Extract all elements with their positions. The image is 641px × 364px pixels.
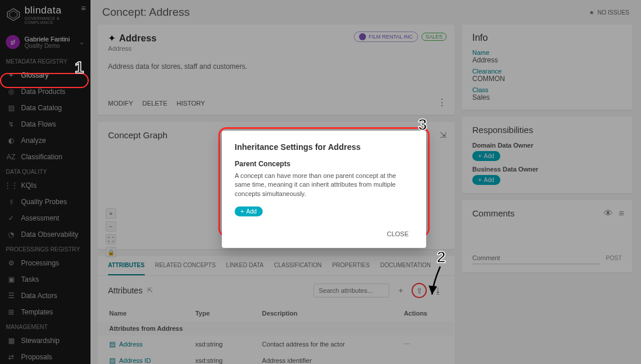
modal-text: A concept can have more than one parent … (235, 172, 413, 198)
annotation-number-1: 1 (75, 58, 84, 77)
add-parent-concept-button[interactable]: +Add (235, 206, 263, 216)
annotation-number-2: 2 (437, 248, 446, 267)
annotation-number-3: 3 (418, 116, 427, 134)
modal-title: Inheritance Settings for Address (235, 142, 413, 152)
add-label: Add (246, 208, 257, 215)
modal-subtitle: Parent Concepts (235, 160, 413, 168)
plus-icon: + (241, 208, 244, 215)
close-button[interactable]: CLOSE (382, 227, 413, 241)
inheritance-modal: Inheritance Settings for Address Parent … (222, 131, 426, 248)
